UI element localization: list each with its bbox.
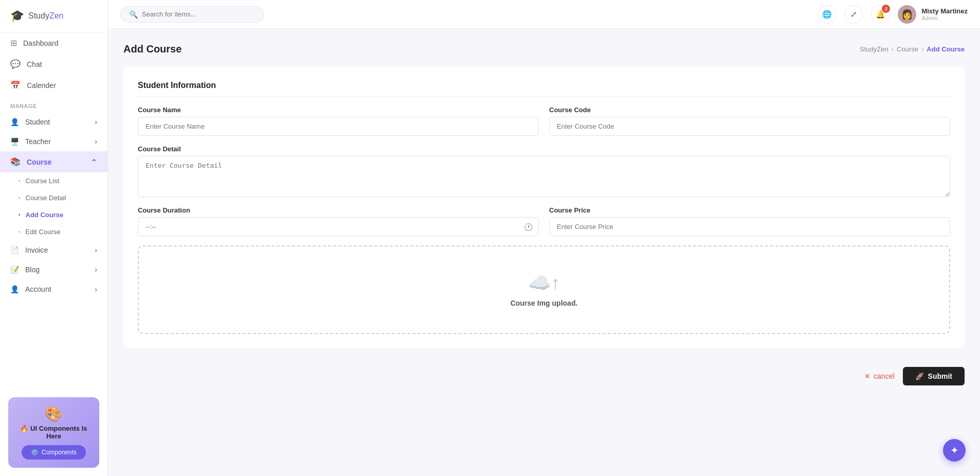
nav-invoice[interactable]: 📄 Invoice ›: [0, 240, 107, 260]
course-code-label: Course Code: [549, 106, 950, 114]
manage-section-label: Manage: [0, 96, 107, 112]
dashboard-icon: ⊞: [10, 38, 17, 48]
notifications-badge: 2: [882, 5, 890, 13]
course-name-group: Course Name: [138, 106, 539, 136]
search-bar[interactable]: 🔍: [120, 6, 264, 23]
course-chevron-icon: ⌃: [91, 158, 97, 166]
fullscreen-button[interactable]: ⤢: [844, 5, 863, 24]
fullscreen-icon: ⤢: [850, 10, 857, 19]
blog-chevron-icon: ›: [95, 266, 97, 274]
submit-button[interactable]: 🚀 Submit: [903, 367, 965, 385]
course-code-input[interactable]: [549, 117, 950, 136]
user-info[interactable]: 👩 Misty Martinez Admin: [898, 5, 968, 24]
promo-title: 🔥 UI Components Is Here: [16, 425, 91, 440]
cancel-label: cancel: [874, 372, 894, 380]
nav-chat-label: Chat: [27, 60, 42, 68]
cancel-button[interactable]: ✕ cancel: [864, 372, 894, 380]
student-icon: 👤: [10, 118, 19, 126]
sub-item-edit-course[interactable]: Edit Course: [0, 223, 107, 240]
nav-account[interactable]: 👤 Account ›: [0, 279, 107, 299]
cancel-x-icon: ✕: [864, 372, 870, 380]
breadcrumb-course: Course: [897, 45, 918, 53]
components-label: Components: [42, 449, 77, 456]
logo-icon: 🎓: [10, 9, 24, 23]
user-name: Misty Martinez: [921, 7, 968, 15]
course-duration-group: Course Duration 🕐: [138, 206, 539, 236]
nav-student[interactable]: 👤 Student ›: [0, 112, 107, 132]
sub-item-course-detail[interactable]: Course Detail: [0, 189, 107, 206]
nav-chat[interactable]: 💬 Chat: [0, 54, 107, 75]
breadcrumb-sep-2: ›: [921, 45, 923, 53]
course-icon: 📚: [10, 157, 21, 167]
nav-account-label: Account: [25, 285, 51, 293]
breadcrumb: StudyZen › Course › Add Course: [860, 45, 965, 53]
duration-wrapper: 🕐: [138, 217, 539, 236]
course-detail-sub-label: Course Detail: [26, 194, 66, 202]
invoice-icon: 📄: [10, 246, 19, 254]
promo-emoji: 🎨: [16, 406, 91, 422]
nav-course-label: Course: [27, 158, 51, 166]
upload-area[interactable]: ☁️↑ Course Img upload.: [138, 245, 950, 334]
course-name-input[interactable]: [138, 117, 539, 136]
main-wrapper: 🔍 🌐 ⤢ 🔔 2 👩 Misty Martinez Admin: [108, 0, 980, 476]
course-sub-menu: Course List Course Detail Add Course Edi…: [0, 172, 107, 240]
notifications-button[interactable]: 🔔 2: [871, 5, 890, 24]
search-icon: 🔍: [129, 10, 138, 19]
upload-icon: ☁️↑: [149, 272, 939, 294]
course-duration-label: Course Duration: [138, 206, 539, 214]
course-price-group: Course Price: [549, 206, 950, 236]
upload-label: Course Img upload.: [149, 299, 939, 307]
avatar: 👩: [898, 5, 916, 24]
student-chevron-icon: ›: [95, 118, 97, 126]
name-code-row: Course Name Course Code: [138, 106, 950, 136]
course-code-group: Course Code: [549, 106, 950, 136]
course-detail-textarea[interactable]: [138, 156, 950, 197]
nav-dashboard-label: Dashboard: [23, 39, 59, 47]
nav-teacher-label: Teacher: [25, 137, 51, 146]
course-price-label: Course Price: [549, 206, 950, 214]
course-duration-input[interactable]: [138, 217, 539, 236]
page-title: Add Course: [123, 43, 182, 55]
nav-dashboard[interactable]: ⊞ Dashboard: [0, 32, 107, 54]
components-icon: ⚙️: [31, 449, 39, 456]
sidebar: 🎓 StudyZen ⊞ Dashboard 💬 Chat 📅 Calender…: [0, 0, 108, 476]
topbar-right: 🌐 ⤢ 🔔 2 👩 Misty Martinez Admin: [818, 5, 968, 24]
edit-course-label: Edit Course: [26, 228, 61, 236]
page-header: Add Course StudyZen › Course › Add Cours…: [123, 43, 965, 55]
duration-price-row: Course Duration 🕐 Course Price: [138, 206, 950, 236]
add-course-sub-label: Add Course: [26, 211, 64, 219]
promo-card: 🎨 🔥 UI Components Is Here ⚙️ Components: [8, 397, 99, 468]
calendar-icon: 📅: [10, 80, 21, 90]
breadcrumb-add-course: Add Course: [927, 45, 965, 53]
sub-item-course-list[interactable]: Course List: [0, 172, 107, 189]
avatar-emoji: 👩: [901, 9, 913, 20]
footer-actions: ✕ cancel 🚀 Submit: [123, 359, 965, 390]
submit-label: Submit: [928, 372, 952, 380]
user-role: Admin: [921, 15, 968, 21]
account-chevron-icon: ›: [95, 285, 97, 293]
breadcrumb-sep-1: ›: [892, 45, 894, 53]
translate-icon: 🌐: [822, 10, 832, 19]
components-button[interactable]: ⚙️ Components: [22, 445, 86, 460]
form-card: Student Information Course Name Course C…: [123, 66, 965, 348]
nav-teacher[interactable]: 🖥️ Teacher ›: [0, 132, 107, 151]
floating-icon: ✦: [950, 444, 959, 456]
teacher-icon: 🖥️: [10, 137, 19, 146]
floating-action-button[interactable]: ✦: [943, 439, 966, 462]
nav-blog[interactable]: 📝 Blog ›: [0, 260, 107, 279]
section-title: Student Information: [138, 81, 950, 97]
course-price-input[interactable]: [549, 217, 950, 236]
search-input[interactable]: [142, 10, 256, 18]
logo[interactable]: 🎓 StudyZen: [0, 0, 107, 32]
translate-button[interactable]: 🌐: [818, 5, 836, 24]
nav-blog-label: Blog: [25, 266, 40, 274]
nav-course[interactable]: 📚 Course ⌃: [0, 151, 107, 172]
sub-item-add-course[interactable]: Add Course: [0, 206, 107, 223]
chat-icon: 💬: [10, 59, 21, 69]
nav-calendar[interactable]: 📅 Calender: [0, 75, 107, 96]
submit-icon: 🚀: [915, 372, 924, 380]
breadcrumb-studyzen: StudyZen: [860, 45, 888, 53]
nav-invoice-label: Invoice: [25, 246, 48, 254]
course-detail-group: Course Detail: [138, 145, 950, 197]
course-name-label: Course Name: [138, 106, 539, 114]
